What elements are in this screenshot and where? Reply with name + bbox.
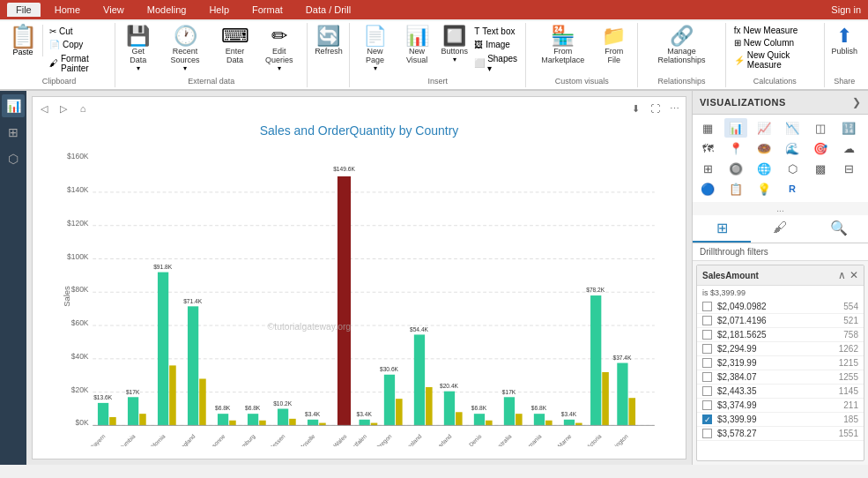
enter-data-button[interactable]: ⌨ Enter Data [215, 25, 255, 66]
viz-icon-slicer[interactable]: ▩ [809, 159, 832, 178]
new-page-button[interactable]: 📄 New Page ▾ [355, 25, 394, 74]
cut-label: Cut [59, 26, 73, 36]
chart-forward-button[interactable]: ▷ [56, 101, 71, 116]
viz-icon-line-chart[interactable]: 📉 [781, 118, 804, 138]
filter-item[interactable]: $2,071.4196521 [697, 314, 864, 328]
filter-item[interactable]: ✓$3,399.99185 [697, 413, 864, 427]
sign-in-button[interactable]: Sign in [831, 4, 861, 15]
viz-icon-filled-map[interactable]: ☁ [837, 138, 860, 158]
viz-icon-area-chart[interactable]: ◫ [809, 118, 832, 138]
sidebar-data-icon[interactable]: ⊞ [2, 121, 25, 144]
refresh-button[interactable]: 🔄 Refresh [311, 25, 346, 57]
viz-tab-analytics[interactable]: 🔍 [810, 215, 868, 243]
filter-checkbox[interactable] [702, 358, 712, 368]
filter-checkbox[interactable] [702, 330, 712, 340]
sidebar-model-icon[interactable]: ⬡ [2, 147, 25, 170]
filter-item[interactable]: $2,049.0982554 [697, 300, 864, 314]
new-measure-icon: fx [734, 26, 741, 35]
viz-icon-column-chart[interactable]: 📈 [753, 118, 775, 138]
chart-home-button[interactable]: ⌂ [75, 101, 91, 116]
buttons-button[interactable]: 🔲 Buttons ▾ [440, 25, 471, 65]
filter-checkbox[interactable] [702, 386, 712, 396]
viz-icon-matrix[interactable]: 🔵 [696, 179, 719, 198]
svg-text:$3.4K: $3.4K [561, 411, 577, 417]
viz-more-button[interactable]: ... [693, 202, 868, 215]
get-data-label: Get Data [124, 47, 152, 64]
get-data-button[interactable]: 💾 Get Data ▾ [121, 25, 155, 74]
new-column-button[interactable]: ⊞ New Column [731, 37, 819, 49]
recent-sources-button[interactable]: 🕐 Recent Sources ▾ [157, 25, 213, 74]
new-quick-measure-button[interactable]: ⚡ New Quick Measure [731, 49, 819, 71]
filter-checkbox[interactable] [702, 429, 712, 438]
format-tab-title[interactable]: Format [243, 3, 292, 17]
viz-icon-pie[interactable]: 🍩 [753, 138, 775, 158]
viz-icon-bar-chart[interactable]: 📊 [724, 118, 747, 138]
viz-icon-ai[interactable]: 💡 [753, 179, 775, 198]
filter-item[interactable]: $2,319.991215 [697, 356, 864, 370]
new-measure-button[interactable]: fx New Measure [731, 25, 819, 36]
share-group: ⬆ Publish Share [825, 23, 864, 87]
file-tab[interactable]: File [7, 3, 41, 17]
paste-button[interactable]: 📋 Paste [9, 25, 43, 56]
svg-text:Val de Marne: Val de Marne [544, 433, 573, 446]
view-tab-title[interactable]: View [94, 3, 133, 17]
viz-icon-kpi[interactable]: ⬡ [781, 159, 804, 178]
filter-clear-button[interactable]: ✕ [849, 269, 858, 281]
viz-icon-python[interactable]: 📋 [724, 179, 747, 198]
filter-checkbox[interactable] [702, 302, 712, 311]
from-file-button[interactable]: 📁 From File [596, 25, 632, 66]
viz-icon-card[interactable]: 🌐 [753, 159, 775, 178]
viz-icon-stacked-bar[interactable]: ▦ [696, 118, 719, 138]
filter-checkbox[interactable] [702, 400, 712, 410]
copy-button[interactable]: 📄 Copy [47, 39, 109, 50]
filter-checkbox[interactable] [702, 316, 712, 325]
edit-queries-button[interactable]: ✏ Edit Queries ▾ [256, 25, 301, 74]
enter-data-label: Enter Data [219, 47, 251, 64]
chart-back-button[interactable]: ◁ [36, 101, 52, 116]
filter-item[interactable]: $2,443.351145 [697, 385, 864, 399]
viz-tab-format[interactable]: 🖌 [751, 215, 809, 243]
home-tab-title[interactable]: Home [46, 3, 89, 17]
chart-download-button[interactable]: ⬇ [627, 101, 643, 116]
svg-text:$6.8K: $6.8K [471, 405, 487, 411]
filter-item[interactable]: $3,578.271551 [697, 427, 864, 441]
viz-icon-treemap[interactable]: 🌊 [781, 138, 804, 158]
modeling-tab-title[interactable]: Modeling [138, 3, 196, 17]
viz-icon-waterfall[interactable]: 🗺 [696, 138, 719, 158]
format-painter-button[interactable]: 🖌 Format Painter [47, 53, 109, 74]
chart-more-button[interactable]: ⋯ [666, 101, 682, 116]
text-box-button[interactable]: T Text box [471, 26, 520, 37]
sidebar-report-icon[interactable]: 📊 [2, 94, 25, 117]
from-file-label: From File [599, 47, 628, 64]
new-column-label: New Column [744, 38, 794, 48]
viz-icon-table[interactable]: ⊟ [837, 159, 860, 178]
viz-icon-ribbon-chart[interactable]: 🔢 [837, 118, 860, 138]
help-tab-title[interactable]: Help [200, 3, 238, 17]
datadrill-tab-title[interactable]: Data / Drill [297, 3, 360, 17]
filter-expand-button[interactable]: ∧ [838, 269, 846, 281]
viz-icon-r[interactable]: R [781, 179, 804, 198]
filter-item[interactable]: $2,294.991262 [697, 342, 864, 356]
chart-focus-button[interactable]: ⛶ [647, 101, 663, 116]
viz-icon-gauge[interactable]: 🔘 [724, 159, 747, 178]
publish-button[interactable]: ⬆ Publish [828, 25, 862, 57]
viz-expand-button[interactable]: ❯ [852, 96, 861, 108]
filter-item[interactable]: $3,374.99211 [697, 399, 864, 413]
filter-item[interactable]: $2,384.071255 [697, 370, 864, 385]
visualizations-header: VISUALIZATIONS ❯ [693, 91, 868, 115]
svg-text:Queensland: Queensland [396, 433, 423, 446]
filter-checkbox[interactable]: ✓ [702, 415, 712, 424]
manage-relationships-button[interactable]: 🔗 Manage Relationships [643, 25, 719, 66]
new-visual-button[interactable]: 📊 New Visual [397, 25, 438, 66]
from-marketplace-button[interactable]: 🏪 From Marketplace [531, 25, 594, 66]
filter-item[interactable]: $2,181.5625758 [697, 328, 864, 342]
viz-tab-fields[interactable]: ⊞ [693, 215, 751, 243]
image-button[interactable]: 🖼 Image [471, 39, 520, 50]
filter-checkbox[interactable] [702, 372, 712, 382]
viz-icon-funnel[interactable]: ⊞ [696, 159, 719, 178]
filter-checkbox[interactable] [702, 344, 712, 354]
viz-icon-map[interactable]: 🎯 [809, 138, 832, 158]
viz-icon-scatter[interactable]: 📍 [724, 138, 747, 158]
cut-button[interactable]: ✂ Cut [47, 26, 109, 37]
shapes-button[interactable]: ⬜ Shapes ▾ [471, 53, 520, 74]
